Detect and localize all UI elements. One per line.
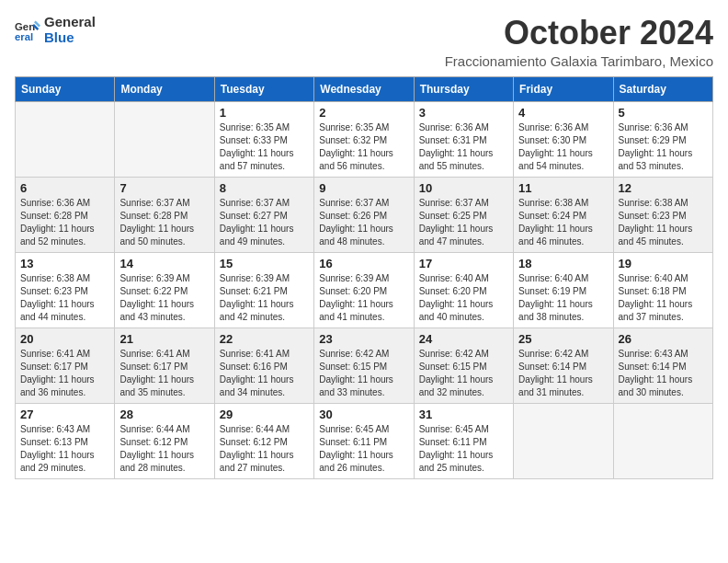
logo-icon: Gen eral: [15, 17, 40, 43]
day-info: Sunrise: 6:37 AMSunset: 6:26 PMDaylight:…: [319, 197, 408, 248]
day-info: Sunrise: 6:40 AMSunset: 6:19 PMDaylight:…: [518, 272, 608, 324]
day-info: Sunrise: 6:37 AMSunset: 6:28 PMDaylight:…: [119, 197, 209, 248]
day-info: Sunrise: 6:37 AMSunset: 6:27 PMDaylight:…: [220, 197, 309, 248]
calendar-day-cell: 25Sunrise: 6:42 AMSunset: 6:14 PMDayligh…: [514, 327, 613, 403]
calendar-day-cell: 24Sunrise: 6:42 AMSunset: 6:15 PMDayligh…: [414, 327, 513, 403]
day-number: 2: [319, 106, 408, 120]
calendar-day-cell: 1Sunrise: 6:35 AMSunset: 6:33 PMDaylight…: [214, 101, 313, 177]
weekday-header-row: SundayMondayTuesdayWednesdayThursdayFrid…: [16, 76, 713, 101]
day-info: Sunrise: 6:40 AMSunset: 6:20 PMDaylight:…: [419, 272, 508, 324]
calendar-day-cell: [16, 101, 115, 177]
day-number: 8: [220, 181, 309, 195]
calendar-day-cell: 17Sunrise: 6:40 AMSunset: 6:20 PMDayligh…: [414, 252, 513, 327]
calendar-day-cell: [115, 101, 214, 177]
day-info: Sunrise: 6:44 AMSunset: 6:12 PMDaylight:…: [220, 423, 309, 475]
day-number: 9: [319, 181, 408, 195]
day-number: 19: [619, 257, 708, 270]
day-info: Sunrise: 6:44 AMSunset: 6:12 PMDaylight:…: [119, 423, 209, 475]
calendar-week-row: 1Sunrise: 6:35 AMSunset: 6:33 PMDaylight…: [16, 101, 713, 177]
day-info: Sunrise: 6:36 AMSunset: 6:29 PMDaylight:…: [619, 121, 708, 173]
day-info: Sunrise: 6:38 AMSunset: 6:24 PMDaylight:…: [518, 197, 608, 248]
calendar-day-cell: 18Sunrise: 6:40 AMSunset: 6:19 PMDayligh…: [514, 252, 613, 327]
day-number: 20: [20, 332, 109, 346]
day-number: 11: [518, 181, 608, 195]
logo: Gen eral General Blue: [15, 15, 96, 45]
day-info: Sunrise: 6:45 AMSunset: 6:11 PMDaylight:…: [319, 423, 408, 475]
day-info: Sunrise: 6:39 AMSunset: 6:21 PMDaylight:…: [220, 272, 309, 324]
calendar-day-cell: 22Sunrise: 6:41 AMSunset: 6:16 PMDayligh…: [214, 327, 313, 403]
day-number: 15: [220, 257, 309, 270]
calendar-day-cell: 5Sunrise: 6:36 AMSunset: 6:29 PMDaylight…: [613, 101, 712, 177]
calendar-day-cell: 26Sunrise: 6:43 AMSunset: 6:14 PMDayligh…: [613, 327, 712, 403]
day-info: Sunrise: 6:37 AMSunset: 6:25 PMDaylight:…: [419, 197, 508, 248]
calendar-day-cell: 21Sunrise: 6:41 AMSunset: 6:17 PMDayligh…: [115, 327, 214, 403]
day-info: Sunrise: 6:36 AMSunset: 6:30 PMDaylight:…: [518, 121, 608, 173]
day-number: 29: [220, 408, 309, 421]
day-info: Sunrise: 6:41 AMSunset: 6:17 PMDaylight:…: [20, 348, 109, 399]
month-title: October 2024: [445, 15, 713, 52]
calendar-day-cell: 20Sunrise: 6:41 AMSunset: 6:17 PMDayligh…: [16, 327, 115, 403]
day-info: Sunrise: 6:39 AMSunset: 6:22 PMDaylight:…: [119, 272, 209, 324]
calendar-day-cell: 10Sunrise: 6:37 AMSunset: 6:25 PMDayligh…: [414, 177, 513, 252]
day-number: 10: [419, 181, 508, 195]
weekday-header-saturday: Saturday: [613, 76, 712, 101]
calendar-week-row: 13Sunrise: 6:38 AMSunset: 6:23 PMDayligh…: [16, 252, 713, 327]
day-info: Sunrise: 6:43 AMSunset: 6:14 PMDaylight:…: [619, 348, 708, 399]
calendar-day-cell: 29Sunrise: 6:44 AMSunset: 6:12 PMDayligh…: [214, 403, 313, 478]
calendar-day-cell: 12Sunrise: 6:38 AMSunset: 6:23 PMDayligh…: [613, 177, 712, 252]
title-block: October 2024 Fraccionamiento Galaxia Tar…: [445, 15, 713, 69]
calendar-week-row: 6Sunrise: 6:36 AMSunset: 6:28 PMDaylight…: [16, 177, 713, 252]
day-info: Sunrise: 6:45 AMSunset: 6:11 PMDaylight:…: [419, 423, 508, 475]
day-info: Sunrise: 6:38 AMSunset: 6:23 PMDaylight:…: [20, 272, 109, 324]
calendar-day-cell: 7Sunrise: 6:37 AMSunset: 6:28 PMDaylight…: [115, 177, 214, 252]
calendar-week-row: 27Sunrise: 6:43 AMSunset: 6:13 PMDayligh…: [16, 403, 713, 478]
day-info: Sunrise: 6:41 AMSunset: 6:17 PMDaylight:…: [119, 348, 209, 399]
calendar-day-cell: 4Sunrise: 6:36 AMSunset: 6:30 PMDaylight…: [514, 101, 613, 177]
day-info: Sunrise: 6:42 AMSunset: 6:15 PMDaylight:…: [419, 348, 508, 399]
day-info: Sunrise: 6:35 AMSunset: 6:32 PMDaylight:…: [319, 121, 408, 173]
calendar-day-cell: 9Sunrise: 6:37 AMSunset: 6:26 PMDaylight…: [314, 177, 414, 252]
day-info: Sunrise: 6:38 AMSunset: 6:23 PMDaylight:…: [619, 197, 708, 248]
logo-text-line2: Blue: [44, 30, 96, 46]
calendar-day-cell: 28Sunrise: 6:44 AMSunset: 6:12 PMDayligh…: [115, 403, 214, 478]
calendar-day-cell: [514, 403, 613, 478]
day-info: Sunrise: 6:41 AMSunset: 6:16 PMDaylight:…: [220, 348, 309, 399]
weekday-header-monday: Monday: [115, 76, 214, 101]
day-number: 26: [619, 332, 708, 346]
calendar-table: SundayMondayTuesdayWednesdayThursdayFrid…: [15, 76, 713, 479]
day-info: Sunrise: 6:43 AMSunset: 6:13 PMDaylight:…: [20, 423, 109, 475]
day-number: 18: [518, 257, 608, 270]
day-info: Sunrise: 6:35 AMSunset: 6:33 PMDaylight:…: [220, 121, 309, 173]
day-number: 31: [419, 408, 508, 421]
calendar-day-cell: 16Sunrise: 6:39 AMSunset: 6:20 PMDayligh…: [314, 252, 414, 327]
weekday-header-thursday: Thursday: [414, 76, 513, 101]
day-info: Sunrise: 6:42 AMSunset: 6:15 PMDaylight:…: [319, 348, 408, 399]
calendar-day-cell: 13Sunrise: 6:38 AMSunset: 6:23 PMDayligh…: [16, 252, 115, 327]
weekday-header-wednesday: Wednesday: [314, 76, 414, 101]
calendar-day-cell: 23Sunrise: 6:42 AMSunset: 6:15 PMDayligh…: [314, 327, 414, 403]
calendar-day-cell: 30Sunrise: 6:45 AMSunset: 6:11 PMDayligh…: [314, 403, 414, 478]
day-info: Sunrise: 6:39 AMSunset: 6:20 PMDaylight:…: [319, 272, 408, 324]
day-number: 16: [319, 257, 408, 270]
day-number: 13: [20, 257, 109, 270]
day-number: 22: [220, 332, 309, 346]
day-number: 1: [220, 106, 309, 120]
calendar-day-cell: 3Sunrise: 6:36 AMSunset: 6:31 PMDaylight…: [414, 101, 513, 177]
day-number: 5: [619, 106, 708, 120]
page-header: Gen eral General Blue October 2024 Fracc…: [15, 15, 713, 69]
svg-text:eral: eral: [15, 30, 33, 41]
calendar-day-cell: [613, 403, 712, 478]
day-info: Sunrise: 6:40 AMSunset: 6:18 PMDaylight:…: [619, 272, 708, 324]
day-number: 17: [419, 257, 508, 270]
calendar-day-cell: 15Sunrise: 6:39 AMSunset: 6:21 PMDayligh…: [214, 252, 313, 327]
calendar-day-cell: 2Sunrise: 6:35 AMSunset: 6:32 PMDaylight…: [314, 101, 414, 177]
day-number: 27: [20, 408, 109, 421]
day-number: 28: [119, 408, 209, 421]
day-number: 4: [518, 106, 608, 120]
day-number: 30: [319, 408, 408, 421]
day-number: 6: [20, 181, 109, 195]
location-title: Fraccionamiento Galaxia Tarimbaro, Mexic…: [445, 53, 713, 69]
calendar-day-cell: 11Sunrise: 6:38 AMSunset: 6:24 PMDayligh…: [514, 177, 613, 252]
weekday-header-friday: Friday: [514, 76, 613, 101]
calendar-week-row: 20Sunrise: 6:41 AMSunset: 6:17 PMDayligh…: [16, 327, 713, 403]
